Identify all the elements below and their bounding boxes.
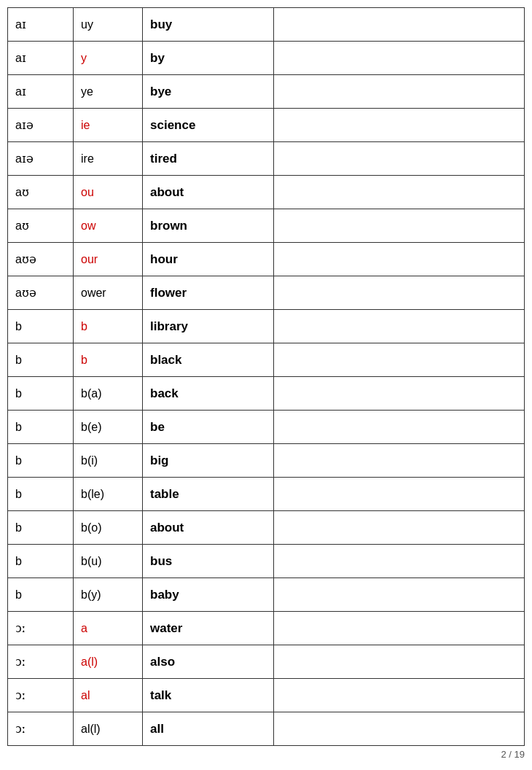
example-cell: also: [143, 645, 274, 679]
notes-cell: [274, 377, 525, 411]
notes-cell: [274, 243, 525, 276]
notes-cell: [274, 209, 525, 243]
table-row: aʊəourhour: [8, 243, 525, 276]
phoneme-cell: b: [8, 411, 74, 444]
notes-cell: [274, 411, 525, 444]
phoneme-cell: ɔː: [8, 679, 74, 712]
spelling-cell: our: [74, 243, 143, 276]
phoneme-cell: ɔː: [8, 712, 74, 746]
phoneme-cell: b: [8, 343, 74, 377]
phoneme-cell: aʊ: [8, 176, 74, 209]
spelling-cell: a(l): [74, 645, 143, 679]
example-cell: hour: [143, 243, 274, 276]
table-row: aɪyby: [8, 42, 525, 75]
spelling-cell: ower: [74, 276, 143, 310]
phoneme-cell: ɔː: [8, 645, 74, 679]
example-cell: talk: [143, 679, 274, 712]
phonics-table: aɪuybuyaɪybyaɪyebyeaɪəiescienceaɪəiretir…: [7, 7, 525, 746]
notes-cell: [274, 75, 525, 109]
notes-cell: [274, 142, 525, 176]
phoneme-cell: aʊə: [8, 276, 74, 310]
notes-cell: [274, 679, 525, 712]
notes-cell: [274, 511, 525, 545]
spelling-cell: y: [74, 42, 143, 75]
phoneme-cell: b: [8, 578, 74, 612]
notes-cell: [274, 712, 525, 746]
example-cell: bye: [143, 75, 274, 109]
example-cell: table: [143, 478, 274, 511]
notes-cell: [274, 444, 525, 478]
phoneme-cell: b: [8, 377, 74, 411]
phoneme-cell: aɪ: [8, 42, 74, 75]
example-cell: about: [143, 176, 274, 209]
notes-cell: [274, 343, 525, 377]
example-cell: bus: [143, 545, 274, 578]
spelling-cell: al(l): [74, 712, 143, 746]
phoneme-cell: aʊ: [8, 209, 74, 243]
table-row: aʊowbrown: [8, 209, 525, 243]
notes-cell: [274, 478, 525, 511]
notes-cell: [274, 109, 525, 142]
phoneme-cell: aɪ: [8, 75, 74, 109]
spelling-cell: ie: [74, 109, 143, 142]
spelling-cell: b(y): [74, 578, 143, 612]
table-row: aʊəowerflower: [8, 276, 525, 310]
example-cell: buy: [143, 8, 274, 42]
table-row: ɔːaltalk: [8, 679, 525, 712]
example-cell: flower: [143, 276, 274, 310]
spelling-cell: b: [74, 310, 143, 343]
spelling-cell: ow: [74, 209, 143, 243]
phoneme-cell: aɪə: [8, 109, 74, 142]
spelling-cell: b(u): [74, 545, 143, 578]
notes-cell: [274, 578, 525, 612]
table-row: ɔːawater: [8, 612, 525, 645]
table-row: bb(u)bus: [8, 545, 525, 578]
phoneme-cell: b: [8, 478, 74, 511]
table-row: bb(o)about: [8, 511, 525, 545]
spelling-cell: b: [74, 343, 143, 377]
table-row: bb(i)big: [8, 444, 525, 478]
example-cell: brown: [143, 209, 274, 243]
table-row: ɔːa(l)also: [8, 645, 525, 679]
phoneme-cell: aɪə: [8, 142, 74, 176]
example-cell: by: [143, 42, 274, 75]
example-cell: be: [143, 411, 274, 444]
table-row: aɪəiretired: [8, 142, 525, 176]
table-row: bblibrary: [8, 310, 525, 343]
notes-cell: [274, 612, 525, 645]
notes-cell: [274, 176, 525, 209]
table-row: bb(y)baby: [8, 578, 525, 612]
example-cell: back: [143, 377, 274, 411]
example-cell: all: [143, 712, 274, 746]
notes-cell: [274, 42, 525, 75]
notes-cell: [274, 8, 525, 42]
page-number: 2 / 19: [7, 746, 525, 760]
example-cell: library: [143, 310, 274, 343]
example-cell: tired: [143, 142, 274, 176]
example-cell: baby: [143, 578, 274, 612]
notes-cell: [274, 276, 525, 310]
phoneme-cell: b: [8, 444, 74, 478]
spelling-cell: ire: [74, 142, 143, 176]
example-cell: about: [143, 511, 274, 545]
notes-cell: [274, 545, 525, 578]
spelling-cell: ye: [74, 75, 143, 109]
table-row: bb(e)be: [8, 411, 525, 444]
example-cell: water: [143, 612, 274, 645]
example-cell: science: [143, 109, 274, 142]
phoneme-cell: b: [8, 310, 74, 343]
spelling-cell: b(i): [74, 444, 143, 478]
table-row: ɔːal(l)all: [8, 712, 525, 746]
spelling-cell: uy: [74, 8, 143, 42]
phoneme-cell: aɪ: [8, 8, 74, 42]
example-cell: black: [143, 343, 274, 377]
spelling-cell: b(o): [74, 511, 143, 545]
example-cell: big: [143, 444, 274, 478]
phoneme-cell: b: [8, 545, 74, 578]
notes-cell: [274, 310, 525, 343]
table-row: aɪəiescience: [8, 109, 525, 142]
table-row: aʊouabout: [8, 176, 525, 209]
table-row: aɪyebye: [8, 75, 525, 109]
spelling-cell: b(a): [74, 377, 143, 411]
spelling-cell: al: [74, 679, 143, 712]
